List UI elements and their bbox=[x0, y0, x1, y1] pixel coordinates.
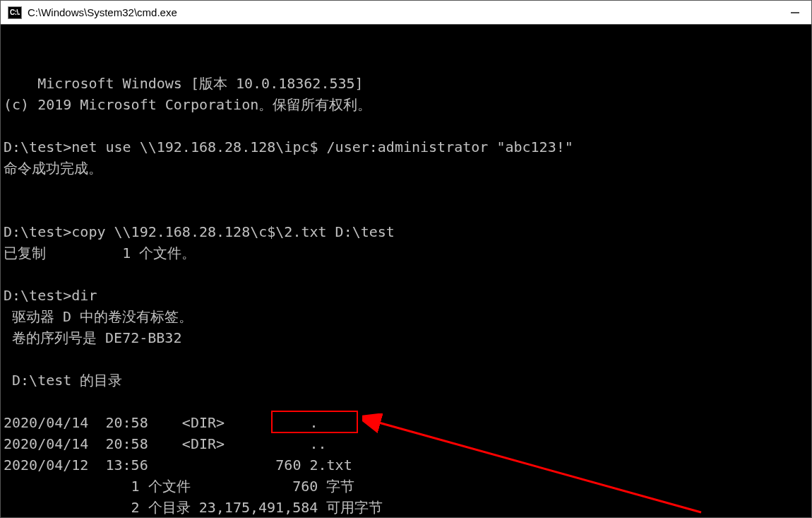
terminal-text: Microsoft Windows [版本 10.0.18362.535] (c… bbox=[4, 75, 573, 517]
titlebar[interactable]: C:\. C:\Windows\System32\cmd.exe bbox=[1, 1, 811, 25]
cmd-icon: C:\. bbox=[8, 6, 22, 19]
window-controls bbox=[779, 1, 811, 24]
svg-line-2 bbox=[376, 422, 701, 512]
minimize-button[interactable] bbox=[779, 1, 811, 24]
terminal-output[interactable]: Microsoft Windows [版本 10.0.18362.535] (c… bbox=[1, 25, 811, 517]
cmd-window: C:\. C:\Windows\System32\cmd.exe Microso… bbox=[0, 0, 812, 518]
window-title: C:\Windows\System32\cmd.exe bbox=[28, 6, 779, 18]
arrow-annotation bbox=[362, 413, 715, 517]
minimize-icon bbox=[790, 8, 800, 18]
